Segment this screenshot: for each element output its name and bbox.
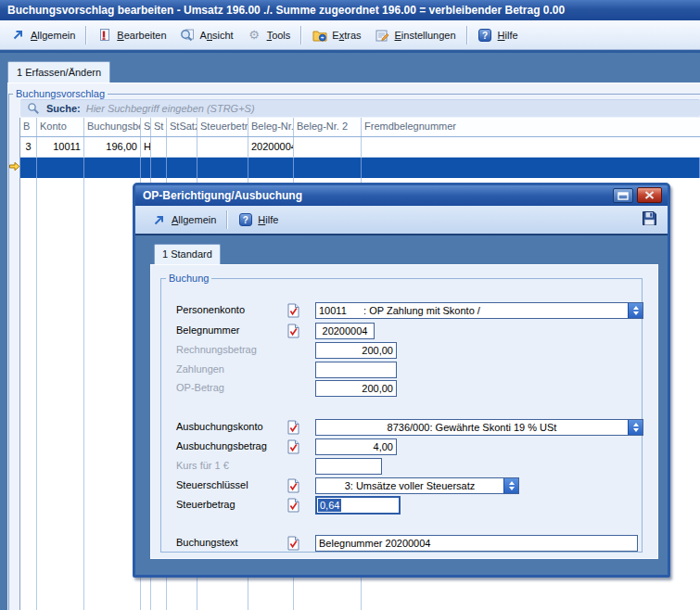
- personenkonto-value: 10011 : OP Zahlung mit Skonto /: [316, 303, 628, 318]
- edit-icon: [96, 27, 112, 43]
- ausbuchungskonto-check-icon[interactable]: [287, 420, 299, 435]
- personenkonto-spinner[interactable]: [628, 303, 643, 318]
- menu-item-label: Ansicht: [200, 30, 234, 41]
- search-label: Suche:: [46, 103, 81, 114]
- menu-item-label: Bearbeiten: [117, 30, 166, 41]
- cell-b: 3: [20, 137, 37, 157]
- cell-b: [20, 158, 37, 178]
- groupbox-label-buchungsvorschlag: Buchungsvorschlag: [13, 88, 108, 99]
- menu-separator: [466, 26, 467, 44]
- cell-st: [151, 137, 167, 157]
- zahlungen-label: Zahlungen: [176, 363, 224, 375]
- kurs-fuer-1-euro-label: Kurs für 1 €: [176, 460, 229, 471]
- belegnummer-input[interactable]: [315, 323, 375, 339]
- folder-icon: [312, 27, 327, 43]
- search-bar[interactable]: Suche: Hier Suchbegriff eingeben (STRG+S…: [20, 99, 700, 117]
- kurs-fuer-1-euro-input[interactable]: [315, 458, 382, 475]
- tab-standard[interactable]: 1 Standard: [154, 244, 221, 264]
- search-icon: [25, 101, 41, 117]
- column-header-fremdbelegnummer[interactable]: Fremdbelegnummer: [362, 118, 700, 136]
- menu-item-label: Tools: [267, 30, 291, 41]
- cell-buchungsbetrag: 196,00: [84, 137, 141, 157]
- cell-beleg-nr-2: [294, 137, 362, 157]
- column-header-s[interactable]: S: [141, 118, 151, 136]
- cell-s: H: [141, 137, 151, 157]
- buchungstext-input[interactable]: [315, 535, 638, 552]
- rechnungsbetrag-label: Rechnungsbetrag: [176, 344, 257, 355]
- ausbuchungskonto-label: Ausbuchungskonto: [176, 421, 263, 432]
- menu-item-label: Allgemein: [31, 30, 75, 41]
- steuerbetrag-check-icon[interactable]: [287, 498, 299, 513]
- rechnungsbetrag-input[interactable]: [315, 342, 397, 359]
- menu-allgemein[interactable]: Allgemein: [4, 24, 82, 45]
- cell-konto: 10011: [37, 137, 84, 157]
- empty-cell: [37, 178, 84, 610]
- magnifier-doc-icon: [180, 27, 196, 43]
- main-menubar: AllgemeinBearbeitenAnsicht⚙ToolsExtrasEi…: [0, 20, 700, 50]
- column-header-steuerbetrag[interactable]: Steuerbetrag: [197, 118, 248, 136]
- empty-cell: [20, 178, 37, 610]
- steuerschluessel-label: Steuerschlüssel: [176, 479, 248, 490]
- menu-extras[interactable]: Extras: [305, 24, 367, 45]
- menu-separator: [85, 26, 86, 44]
- selected-text: 0,64: [318, 499, 341, 512]
- op-berichtigung-dialog: OP-Berichtigung/Ausbuchung Allgemein?Hil…: [133, 183, 670, 578]
- column-header-beleg-nr-2[interactable]: Beleg-Nr. 2: [294, 118, 362, 136]
- notepad-icon: [375, 27, 390, 43]
- steuerbetrag-input[interactable]: 0,64: [315, 496, 401, 515]
- op-betrag-input[interactable]: [315, 380, 397, 397]
- menu-hilfe[interactable]: ?Hilfe: [471, 24, 525, 45]
- steuerschluessel-check-icon[interactable]: [287, 478, 299, 493]
- cell-st: [151, 158, 167, 178]
- menu-item-label: Hilfe: [498, 30, 518, 41]
- column-header-st[interactable]: St: [151, 118, 167, 136]
- op-betrag-label: OP-Betrag: [176, 382, 224, 393]
- steuerschluessel-spinner[interactable]: [503, 478, 518, 493]
- cell-beleg-nr: [248, 158, 294, 178]
- tab-erfassen-aendern[interactable]: 1 Erfassen/Ändern: [7, 61, 110, 83]
- ausbuchungskonto-value: 8736/000: Gewährte Skonti 19 % USt: [316, 420, 628, 435]
- table-row[interactable]: 310011196,00H20200004: [20, 137, 700, 158]
- cell-fremdbelegnummer: [362, 137, 700, 157]
- menu-bearbeiten[interactable]: Bearbeiten: [90, 24, 172, 45]
- ausbuchungskonto-spinner[interactable]: [628, 420, 643, 435]
- tab-label: 1 Standard: [162, 248, 212, 260]
- cell-s: [141, 158, 151, 178]
- steuerschluessel-dropdown[interactable]: 3: Umsätze voller Steuersatz: [315, 477, 519, 494]
- selected-row[interactable]: [20, 158, 700, 178]
- cell-steuerbetrag: [197, 158, 248, 178]
- cell-stsatz: [167, 158, 197, 178]
- cell-stsatz: [167, 137, 197, 157]
- menu-ansicht[interactable]: Ansicht: [173, 24, 240, 45]
- arrow-up-right-icon: [10, 27, 26, 43]
- groupbox-border-top: [8, 94, 700, 95]
- buchungstext-check-icon[interactable]: [287, 536, 299, 551]
- zahlungen-input[interactable]: [315, 362, 397, 378]
- column-header-buchungsbetrag[interactable]: Buchungsbetrag: [84, 118, 141, 136]
- menu-einstellungen[interactable]: Einstellungen: [368, 24, 463, 45]
- steuerbetrag-label: Steuerbetrag: [176, 499, 235, 510]
- row-marker-column: [9, 118, 20, 610]
- personenkonto-label: Personenkonto: [176, 304, 245, 315]
- belegnummer-check-icon[interactable]: [287, 324, 299, 338]
- menu-tools[interactable]: ⚙Tools: [240, 24, 298, 45]
- personenkonto-dropdown[interactable]: 10011 : OP Zahlung mit Skonto /: [315, 302, 643, 319]
- ausbuchungsbetrag-check-icon[interactable]: [287, 439, 299, 454]
- gears-icon: ⚙: [247, 27, 262, 43]
- personenkonto-check-icon[interactable]: [287, 303, 299, 318]
- cell-buchungsbetrag: [84, 158, 141, 178]
- column-header-konto[interactable]: Konto: [37, 118, 84, 136]
- menu-separator: [300, 26, 301, 44]
- column-header-b[interactable]: B: [20, 118, 37, 136]
- ausbuchungsbetrag-input[interactable]: [315, 438, 397, 455]
- menu-item-label: Extras: [332, 30, 361, 41]
- ausbuchungsbetrag-label: Ausbuchungsbetrag: [176, 440, 267, 451]
- main-titlebar: Buchungsvorschlag bearbeiten - Umsatz 19…: [0, 0, 700, 20]
- column-header-beleg-nr[interactable]: Beleg-Nr.: [248, 118, 294, 136]
- column-header-stsatz[interactable]: StSatz: [167, 118, 197, 136]
- cell-fremdbelegnummer: [362, 158, 700, 178]
- cell-konto: [37, 158, 84, 178]
- groupbox-label-buchung: Buchung: [166, 273, 211, 284]
- buchungstext-label: Buchungstext: [176, 537, 238, 548]
- ausbuchungskonto-dropdown[interactable]: 8736/000: Gewährte Skonti 19 % USt: [315, 419, 643, 436]
